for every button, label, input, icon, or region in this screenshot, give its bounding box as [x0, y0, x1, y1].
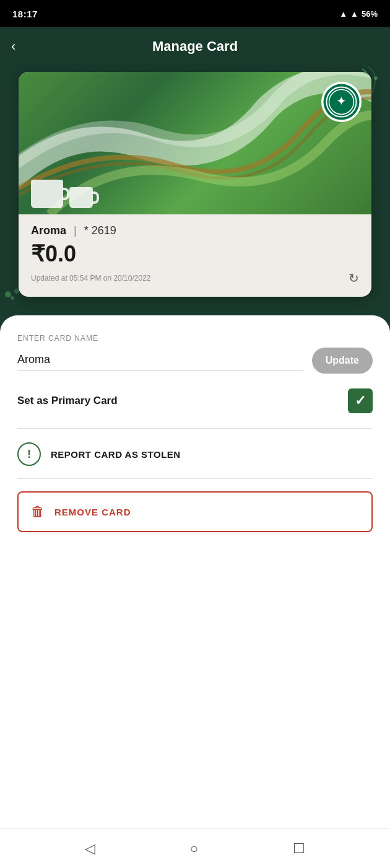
starbucks-logo: ✦	[321, 82, 362, 122]
coffee-cups-icon	[31, 180, 93, 208]
cup-large-icon	[31, 180, 63, 208]
divider-1	[17, 428, 373, 429]
nav-recents-icon[interactable]: ☐	[293, 841, 305, 857]
card-number: * 2619	[84, 224, 116, 237]
report-stolen-row[interactable]: ! REPORT CARD AS STOLEN	[17, 442, 373, 478]
bottom-nav: ◁ ○ ☐	[0, 828, 390, 868]
back-button[interactable]: ‹	[11, 38, 15, 55]
cup-handle-icon	[62, 188, 69, 200]
card-name-section: ENTER CARD NAME Update	[17, 334, 373, 374]
remove-card-text: REMOVE CARD	[54, 507, 131, 517]
status-icons: ▲ ▲ 56%	[339, 9, 378, 19]
svg-point-5	[11, 296, 14, 300]
content-area: ENTER CARD NAME Update Set as Primary Ca…	[0, 315, 390, 828]
remove-card-button[interactable]: 🗑 REMOVE CARD	[17, 491, 373, 532]
divider-2	[17, 478, 373, 479]
card-image: ✦	[19, 72, 371, 214]
report-icon: !	[17, 442, 41, 466]
card-background: ✦	[19, 72, 371, 214]
card-separator: |	[74, 224, 77, 237]
field-label: ENTER CARD NAME	[17, 334, 373, 343]
card-info: Aroma | * 2619 ₹0.0 Updated at 05:54 PM …	[19, 214, 371, 297]
update-button[interactable]: Update	[312, 348, 373, 374]
report-stolen-text: REPORT CARD AS STOLEN	[51, 449, 181, 460]
field-input-wrap	[17, 351, 303, 370]
card-balance: ₹0.0	[31, 241, 359, 267]
exclamation-icon: !	[27, 448, 31, 461]
card-name-row: Aroma | * 2619	[31, 224, 359, 237]
checkmark-icon: ✓	[355, 393, 366, 409]
svg-point-3	[5, 291, 11, 297]
primary-card-checkbox[interactable]: ✓	[348, 388, 373, 413]
cup-small-icon	[69, 187, 93, 208]
status-bar: 18:17 ▲ ▲ 56%	[0, 0, 390, 27]
nav-back-icon[interactable]: ◁	[85, 841, 95, 857]
trash-icon: 🗑	[31, 504, 45, 520]
card-name-input[interactable]	[17, 351, 303, 370]
nav-home-icon[interactable]: ○	[190, 841, 198, 857]
top-nav: ‹ Manage Card	[0, 27, 390, 66]
signal-icon: ▲	[350, 9, 358, 19]
primary-card-row: Set as Primary Card ✓	[17, 388, 373, 413]
status-time: 18:17	[12, 9, 38, 19]
refresh-icon[interactable]: ↻	[349, 271, 359, 286]
card-area: ✦ Aroma | * 261	[0, 66, 390, 315]
card-updated-text: Updated at 05:54 PM on 20/10/2022	[31, 274, 150, 283]
card-name: Aroma	[31, 224, 66, 237]
cup-handle-small-icon	[92, 191, 99, 204]
svg-text:✦: ✦	[336, 94, 347, 108]
card-updated-row: Updated at 05:54 PM on 20/10/2022 ↻	[31, 271, 359, 286]
page-title: Manage Card	[152, 38, 238, 55]
battery-text: 56%	[362, 9, 378, 19]
wifi-icon: ▲	[339, 9, 347, 19]
primary-card-label: Set as Primary Card	[17, 395, 118, 407]
card-widget: ✦ Aroma | * 261	[19, 72, 371, 297]
svg-point-0	[374, 76, 378, 80]
field-row: Update	[17, 348, 373, 374]
